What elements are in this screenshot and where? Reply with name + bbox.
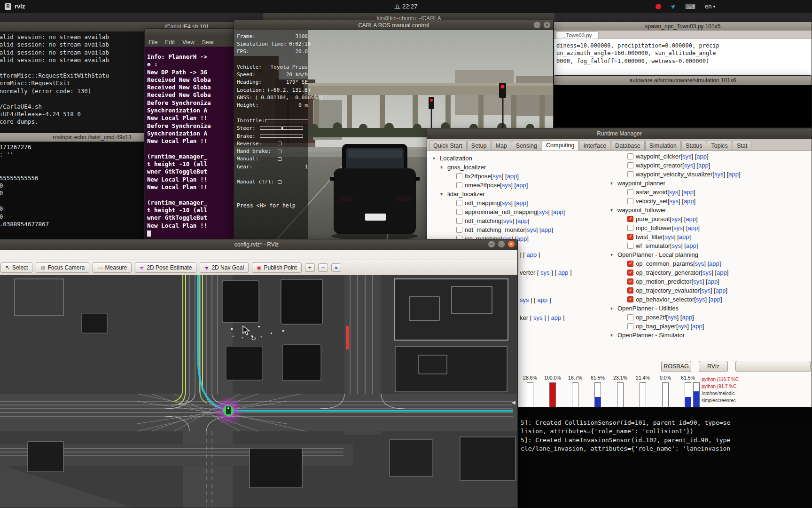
app-link[interactable]: app [688,224,698,231]
checkbox[interactable] [456,200,462,206]
app-link[interactable]: app [682,314,692,321]
checkbox[interactable] [627,171,633,177]
app-link[interactable]: app [692,323,703,330]
tree-item-op-trajectory-evaluator[interactable]: op_trajectory_evaluator [ sys ] [ app ] [608,286,741,295]
keyboard-icon[interactable]: ⌨ [685,2,695,11]
sys-link[interactable]: sys [701,287,710,294]
tree-item-velocity-set[interactable]: velocity_set [ sys ] [ app ] [608,197,741,206]
sys-link[interactable]: sys [695,260,704,267]
sys-link[interactable]: sys [540,269,550,276]
app-link[interactable]: app [683,189,694,196]
checkbox[interactable] [627,225,633,231]
expander-icon[interactable]: ▾ [440,191,447,197]
tab-topics[interactable]: Topics [707,141,732,151]
tree-item-op-behavior-selector[interactable]: op_behavior_selector [ sys ] [ app ] [608,295,741,304]
tree-item-ndt-matching[interactable]: ndt_matching [ sys ] [ app ] [430,216,565,225]
expander-icon[interactable]: ▾ [440,165,447,170]
tree-item-waypoint-creator[interactable]: waypoint_creator [ sys ] [ app ] [608,161,741,170]
sys-link[interactable]: sys [669,189,679,196]
expander-icon[interactable]: ▾ [610,306,617,311]
tool-2d-nav-goal[interactable]: ➤2D Nav Goal [200,262,249,273]
sys-link[interactable]: sys [539,208,548,215]
checkbox[interactable] [627,198,633,204]
sys-link[interactable]: sys [668,314,677,321]
tree-item-ndt-mapping[interactable]: ndt_mapping [ sys ] [ app ] [430,198,565,207]
app-link[interactable]: app [696,153,707,160]
sys-link[interactable]: sys [696,296,705,303]
tool-measure[interactable]: ▭Measure [93,262,132,273]
app-link[interactable]: app [517,235,527,242]
tab-database[interactable]: Database [611,141,645,151]
tree-item-op-bag-player[interactable]: op_bag_player [ sys ] [ app ] [608,322,741,331]
tree-item-waypoint-clicker[interactable]: waypoint_clicker [ sys ] [ app ] [608,152,741,161]
checkbox[interactable] [456,209,462,215]
checkbox[interactable] [456,218,462,224]
tab-sensing[interactable]: Sensing [512,141,541,151]
checkbox[interactable] [627,189,633,195]
app-link[interactable]: app [507,173,517,180]
app-link[interactable]: app [517,217,528,224]
sys-link[interactable]: sys [664,233,674,240]
app-link[interactable]: app [686,215,696,222]
tree-item-op-pose2tf[interactable]: op_pose2tf [ sys ] [ app ] [608,313,741,322]
tree-item-fix2tfpose[interactable]: fix2tfpose [ sys ] [ app ] [430,172,565,181]
tree-item-twist-filter[interactable]: twist_filter [ sys ] [ app ] [608,232,741,241]
expander-icon[interactable]: ▾ [610,333,617,338]
window-titlebar[interactable]: Runtime Manager [427,128,812,139]
app-link[interactable]: app [716,287,726,294]
cut-button[interactable] [735,361,811,372]
checkbox[interactable] [456,173,462,179]
window-titlebar[interactable]: spawn_npc_Town03.py 101x5 [554,22,812,31]
app-link[interactable]: app [516,199,526,206]
dock-collapse-arrow[interactable]: ◀ [512,399,515,405]
tab-simulation[interactable]: Simulation [645,141,681,151]
sys-link[interactable]: sys [671,215,681,222]
tab-computing[interactable]: Computing [542,140,578,151]
menu-edit[interactable]: Edit [165,39,175,46]
tree-item-mpc-follower[interactable]: mpc_follower [ sys ] [ app ] [608,223,741,232]
tool-2d-pose-estimate[interactable]: ➤2D Pose Estimate [135,262,196,273]
app-link[interactable]: app [710,296,720,303]
checkbox[interactable] [627,261,633,267]
app-link[interactable]: app [684,198,694,205]
sys-link[interactable]: sys [703,269,712,276]
tab-quick-start[interactable]: Quick Start [429,141,467,151]
sys-link[interactable]: sys [520,296,529,303]
app-menu[interactable]: R rviz [5,3,25,10]
tree-item-op-common-params[interactable]: op_common_params [ sys ] [ app ] [608,259,741,268]
sys-link[interactable]: sys [682,153,692,160]
app-link[interactable]: app [541,226,552,233]
minus-button[interactable]: − [318,263,328,272]
tree-item-astar-avoid[interactable]: astar_avoid [ sys ] [ app ] [608,188,741,197]
checkbox[interactable] [627,296,633,302]
app-link[interactable]: app [698,162,709,169]
sys-link[interactable]: sys [527,226,536,233]
clock[interactable]: 五 22:27 [394,2,417,11]
app-link[interactable]: app [709,260,719,267]
window-titlebar[interactable]: config.rviz* - RViz — ▢ ✕ [0,239,517,250]
expander-icon[interactable]: ▾ [610,207,617,213]
expander-icon[interactable]: ▾ [610,181,617,186]
sys-link[interactable]: sys [673,224,683,231]
rosbag-button[interactable]: ROSBAG [661,361,691,372]
expander-icon[interactable]: ▾ [610,252,617,257]
close-button[interactable]: ✕ [544,22,550,28]
checkbox[interactable] [627,162,633,168]
recording-indicator-icon[interactable] [656,4,661,9]
window-titlebar[interactable]: CARLA ROS manual control — ✕ [234,20,553,30]
checkbox[interactable] [627,234,633,240]
tree-group-openplanner-local-planning[interactable]: ▾OpenPlanner - Local planning [608,250,741,259]
app-link[interactable]: app [679,233,689,240]
minimize-button[interactable]: — [488,241,495,247]
tree-group-openplanner-utilities[interactable]: ▾OpenPlanner - Utilities [608,304,741,313]
checkbox[interactable] [627,314,633,320]
tree-group-openplanner-simulator[interactable]: ▾OpenPlanner - Simulator [608,331,741,340]
orbit-button[interactable]: ● [331,263,341,272]
tab-interface[interactable]: Interface [579,141,610,151]
plus-button[interactable]: + [305,263,315,272]
sys-link[interactable]: sys [502,182,511,189]
app-link[interactable]: app [551,314,561,321]
close-button[interactable]: ✕ [508,241,515,247]
app-link[interactable]: app [526,251,537,258]
menu-file[interactable]: File [148,39,157,46]
